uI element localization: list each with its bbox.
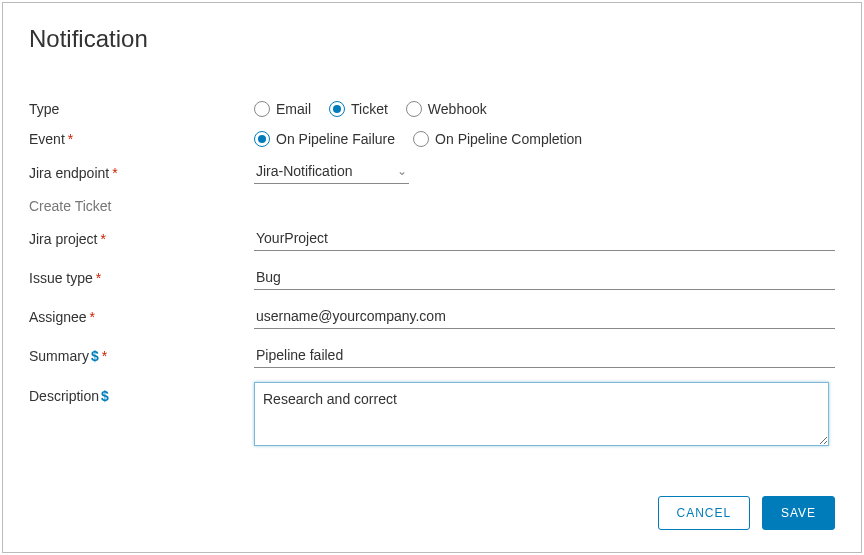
radio-label: Ticket (351, 101, 388, 117)
issue-type-row: Issue type* (29, 265, 835, 290)
assignee-label: Assignee* (29, 309, 254, 325)
type-email-radio[interactable]: Email (254, 101, 311, 117)
radio-label: On Pipeline Completion (435, 131, 582, 147)
jira-endpoint-row: Jira endpoint* Jira-Notification ⌄ (29, 161, 835, 184)
save-button[interactable]: Save (762, 496, 835, 530)
type-webhook-radio[interactable]: Webhook (406, 101, 487, 117)
jira-endpoint-select[interactable]: Jira-Notification ⌄ (254, 161, 409, 184)
jira-project-row: Jira project* (29, 226, 835, 251)
event-row: Event* On Pipeline Failure On Pipeline C… (29, 131, 835, 147)
radio-icon (254, 131, 270, 147)
summary-row: Summary$* (29, 343, 835, 368)
type-row: Type Email Ticket Webhook (29, 101, 835, 117)
issue-type-label: Issue type* (29, 270, 254, 286)
type-radio-group: Email Ticket Webhook (254, 101, 835, 117)
type-ticket-radio[interactable]: Ticket (329, 101, 388, 117)
select-value: Jira-Notification (256, 163, 352, 179)
issue-type-input[interactable] (254, 265, 835, 290)
chevron-down-icon: ⌄ (397, 164, 407, 178)
notification-panel: Notification Type Email Ticket Webhook (2, 2, 862, 553)
description-label: Description$ (29, 382, 254, 404)
jira-project-label: Jira project* (29, 231, 254, 247)
description-row: Description$ (29, 382, 835, 449)
event-label: Event* (29, 131, 254, 147)
summary-input[interactable] (254, 343, 835, 368)
assignee-row: Assignee* (29, 304, 835, 329)
create-ticket-header: Create Ticket (29, 198, 835, 214)
variable-icon: $ (101, 388, 109, 404)
radio-icon (406, 101, 422, 117)
assignee-input[interactable] (254, 304, 835, 329)
type-label: Type (29, 101, 254, 117)
radio-label: Email (276, 101, 311, 117)
radio-icon (254, 101, 270, 117)
radio-icon (413, 131, 429, 147)
jira-endpoint-label: Jira endpoint* (29, 165, 254, 181)
button-row: Cancel Save (658, 496, 835, 530)
radio-label: On Pipeline Failure (276, 131, 395, 147)
event-completion-radio[interactable]: On Pipeline Completion (413, 131, 582, 147)
page-title: Notification (29, 25, 835, 53)
radio-label: Webhook (428, 101, 487, 117)
event-radio-group: On Pipeline Failure On Pipeline Completi… (254, 131, 835, 147)
cancel-button[interactable]: Cancel (658, 496, 750, 530)
radio-icon (329, 101, 345, 117)
summary-label: Summary$* (29, 348, 254, 364)
variable-icon: $ (91, 348, 99, 364)
jira-project-input[interactable] (254, 226, 835, 251)
event-failure-radio[interactable]: On Pipeline Failure (254, 131, 395, 147)
description-textarea[interactable] (254, 382, 829, 446)
